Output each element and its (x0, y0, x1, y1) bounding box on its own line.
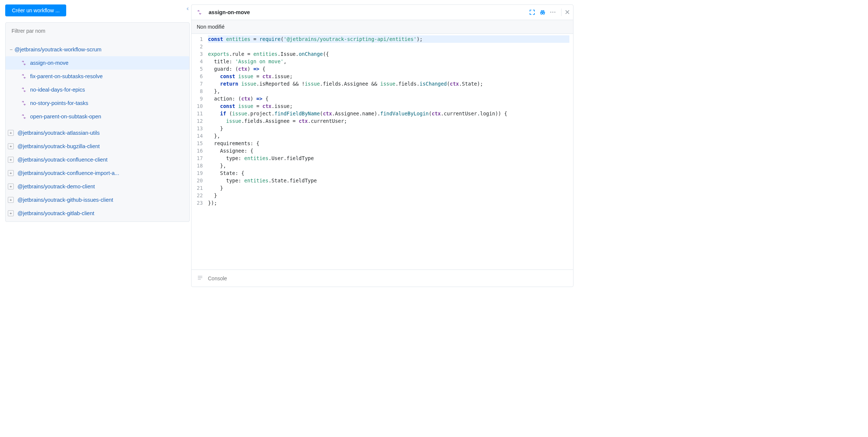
rule-label: no-story-points-for-tasks (30, 100, 88, 106)
workflow-group-collapsed[interactable]: +@jetbrains/youtrack-github-issues-clien… (6, 193, 189, 207)
expand-icon: + (8, 170, 14, 176)
workflow-group-label: @jetbrains/youtrack-github-issues-client (17, 197, 113, 203)
rule-type-icon (20, 101, 27, 106)
line-gutter: 1234567891011121314151617181920212223 (192, 34, 206, 269)
rule-type-icon (20, 87, 27, 92)
collapse-icon: – (8, 47, 15, 52)
rule-item[interactable]: assign-on-move (6, 56, 189, 70)
close-icon[interactable]: ✕ (561, 9, 569, 16)
rule-item[interactable]: open-parent-on-subtask-open (6, 110, 189, 123)
code-content[interactable]: const entities = require('@jetbrains/you… (206, 34, 573, 269)
expand-icon: + (8, 130, 14, 136)
expand-icon: + (8, 197, 14, 203)
console-label: Console (208, 275, 227, 281)
code-editor[interactable]: 1234567891011121314151617181920212223 co… (192, 34, 573, 269)
workflow-list-panel: – @jetbrains/youtrack-workflow-scrum ass… (5, 22, 190, 222)
workflow-group-collapsed[interactable]: +@jetbrains/youtrack-bugzilla-client (6, 140, 189, 153)
workflow-group-collapsed[interactable]: +@jetbrains/youtrack-confluence-client (6, 153, 189, 166)
workflow-group-collapsed[interactable]: +@jetbrains/youtrack-atlassian-utils (6, 126, 189, 140)
workflow-group-collapsed[interactable]: +@jetbrains/youtrack-confluence-import-a… (6, 166, 189, 180)
rule-label: open-parent-on-subtask-open (30, 114, 101, 119)
workflow-group-label: @jetbrains/youtrack-demo-client (17, 184, 95, 189)
create-workflow-button[interactable]: Créer un workflow ... (5, 4, 66, 16)
rule-item[interactable]: fix-parent-on-subtasks-resolve (6, 70, 189, 83)
workflow-group-label: @jetbrains/youtrack-gitlab-client (17, 210, 94, 216)
workflow-group-label: @jetbrains/youtrack-atlassian-utils (17, 130, 100, 136)
workflow-group-collapsed[interactable]: +@jetbrains/youtrack-demo-client (6, 180, 189, 193)
expand-icon: + (8, 184, 14, 189)
workflow-group-label: @jetbrains/youtrack-confluence-client (17, 157, 107, 163)
expand-icon: + (8, 143, 14, 149)
rule-label: fix-parent-on-subtasks-resolve (30, 73, 103, 79)
workflow-group-label: @jetbrains/youtrack-workflow-scrum (15, 47, 102, 52)
rule-type-icon (20, 60, 27, 66)
rule-label: assign-on-move (30, 60, 68, 66)
workflow-tree: – @jetbrains/youtrack-workflow-scrum ass… (6, 39, 189, 221)
rule-type-icon (20, 74, 27, 79)
incognito-icon[interactable] (539, 9, 546, 16)
rule-type-icon (196, 10, 203, 15)
editor-status: Non modifié (192, 20, 573, 34)
more-icon[interactable]: ··· (549, 9, 557, 16)
rule-type-icon (20, 114, 27, 119)
svg-point-1 (541, 13, 542, 14)
fullscreen-icon[interactable] (528, 9, 536, 16)
rule-item[interactable]: no-ideal-days-for-epics (6, 83, 189, 96)
expand-icon: + (8, 210, 14, 216)
workflow-group-expanded[interactable]: – @jetbrains/youtrack-workflow-scrum (6, 43, 189, 56)
filter-input[interactable] (6, 23, 189, 39)
rule-item[interactable]: no-story-points-for-tasks (6, 96, 189, 110)
svg-point-2 (543, 13, 544, 14)
workflow-group-collapsed[interactable]: +@jetbrains/youtrack-gitlab-client (6, 207, 189, 220)
console-bar[interactable]: Console (192, 269, 573, 287)
collapse-sidebar-icon[interactable]: ‹‹ (186, 5, 187, 12)
workflow-group-label: @jetbrains/youtrack-confluence-import-a.… (17, 170, 119, 176)
svg-rect-0 (540, 12, 545, 13)
editor-title: assign-on-move (209, 9, 525, 15)
editor-panel: assign-on-move ··· ✕ Non modifié 1234567… (191, 4, 573, 287)
editor-header: assign-on-move ··· ✕ (192, 5, 573, 20)
console-icon (197, 275, 203, 281)
rule-label: no-ideal-days-for-epics (30, 87, 85, 93)
workflow-group-label: @jetbrains/youtrack-bugzilla-client (17, 143, 100, 149)
expand-icon: + (8, 157, 14, 163)
